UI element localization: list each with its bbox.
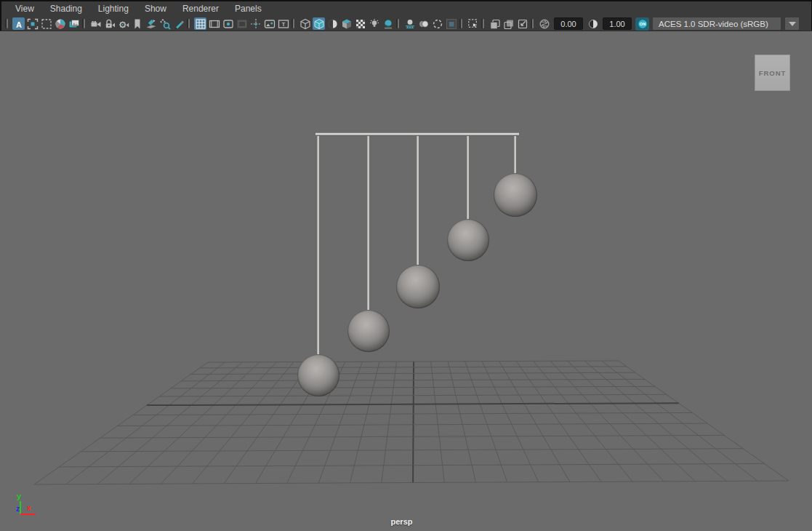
letter-a-icon[interactable]: A bbox=[12, 17, 25, 30]
toolbar-grip bbox=[188, 19, 190, 28]
textured-cube-icon[interactable] bbox=[340, 17, 353, 30]
exposure-icon bbox=[538, 17, 550, 30]
image-plane-icon[interactable] bbox=[145, 17, 157, 30]
pendulum-sphere-3[interactable] bbox=[396, 265, 440, 308]
frame-selected-icon[interactable] bbox=[26, 17, 39, 30]
color-space-dropdown[interactable]: ACES 1.0 SDR-video (sRGB) bbox=[653, 17, 781, 30]
toolbar-grip bbox=[532, 19, 534, 28]
camera-name-label: persp bbox=[0, 517, 808, 526]
toolbar-grip bbox=[293, 19, 294, 28]
toolbar-grip bbox=[483, 19, 484, 28]
pendulum-rod-4[interactable] bbox=[467, 136, 470, 222]
panel-toolbar: AT ON ACES 1.0 SDR-video (sRGB) bbox=[1, 16, 811, 31]
dashed-frame-icon[interactable] bbox=[40, 17, 52, 30]
field-chart-icon[interactable] bbox=[249, 17, 262, 30]
film-gate-icon[interactable] bbox=[208, 17, 220, 30]
toolbar-grip bbox=[398, 19, 399, 28]
x-axis-label: x bbox=[27, 504, 31, 512]
shaded-cube-icon[interactable] bbox=[313, 17, 325, 30]
svg-text:A: A bbox=[16, 20, 22, 28]
color-space-dropdown-arrow[interactable] bbox=[785, 17, 799, 30]
view-transform-on-toggle[interactable]: ON bbox=[635, 17, 649, 31]
ssao-icon[interactable] bbox=[403, 17, 416, 30]
isolate-select-icon[interactable] bbox=[467, 17, 479, 30]
y-axis-label: y bbox=[17, 492, 22, 500]
xray-icon[interactable] bbox=[489, 17, 501, 30]
pendulum-sphere-5[interactable] bbox=[494, 173, 537, 217]
xray-joints-icon[interactable] bbox=[516, 17, 528, 30]
motion-blur-icon[interactable] bbox=[417, 17, 430, 30]
depth-tile-icon[interactable] bbox=[445, 17, 457, 30]
pendulum-rod-3[interactable] bbox=[417, 136, 419, 268]
z-axis-label: z bbox=[16, 505, 20, 513]
safe-title-icon[interactable]: T bbox=[277, 17, 289, 30]
panel-menu-bar: ViewShadingLightingShowRendererPanels bbox=[1, 1, 811, 16]
toolbar-grip bbox=[461, 19, 462, 28]
pendulum-sphere-2[interactable] bbox=[347, 310, 390, 352]
toolbar-grip bbox=[7, 19, 8, 28]
grease-pencil-icon[interactable] bbox=[172, 17, 185, 30]
textured-sphere-icon[interactable] bbox=[326, 17, 339, 30]
pendulum-sphere-1[interactable] bbox=[297, 354, 339, 396]
anti-aliasing-icon[interactable] bbox=[431, 17, 443, 30]
ground-grid bbox=[0, 0, 812, 531]
wireframe-cube-icon[interactable] bbox=[299, 17, 311, 30]
svg-text:T: T bbox=[281, 21, 285, 28]
bookmark-icon[interactable] bbox=[131, 17, 143, 30]
menu-panels[interactable]: Panels bbox=[227, 1, 270, 16]
xray-active-icon[interactable] bbox=[502, 17, 515, 30]
lock-camera-icon[interactable] bbox=[103, 17, 116, 30]
menu-view[interactable]: View bbox=[7, 1, 42, 16]
menu-renderer[interactable]: Renderer bbox=[174, 1, 227, 16]
color-wheel-icon[interactable] bbox=[54, 17, 66, 30]
menu-lighting[interactable]: Lighting bbox=[90, 1, 137, 16]
camera-attributes-icon[interactable] bbox=[117, 17, 129, 30]
safe-action-icon[interactable] bbox=[263, 17, 276, 30]
chevron-down-icon bbox=[789, 22, 796, 26]
select-camera-icon[interactable] bbox=[89, 17, 102, 30]
lighting-bulb-icon[interactable] bbox=[368, 17, 380, 30]
toolbar-icon-groups: AT bbox=[4, 17, 529, 30]
front-camera-plate[interactable]: FRONT bbox=[755, 55, 790, 91]
grid-icon[interactable] bbox=[194, 17, 206, 30]
gamma-icon bbox=[587, 17, 599, 30]
image-stack-icon[interactable] bbox=[68, 17, 80, 30]
pendulum-rod-2[interactable] bbox=[367, 136, 370, 313]
pendulum-rod-5[interactable] bbox=[514, 136, 517, 176]
gate-mask-icon[interactable] bbox=[236, 17, 248, 30]
shadows-icon[interactable] bbox=[382, 17, 394, 30]
front-plate-label: FRONT bbox=[759, 69, 787, 77]
gamma-field[interactable] bbox=[603, 17, 632, 30]
color-space-selected: ACES 1.0 SDR-video (sRGB) bbox=[659, 20, 768, 28]
pendulum-sphere-4[interactable] bbox=[447, 219, 489, 261]
maya-viewport-window: FRONT y z x persp ViewShadingLightingSho… bbox=[0, 0, 812, 531]
pendulum-rod-1[interactable] bbox=[317, 136, 320, 357]
svg-text:ON: ON bbox=[639, 22, 645, 26]
resolution-gate-icon[interactable] bbox=[222, 17, 234, 30]
checker-icon[interactable] bbox=[354, 17, 366, 30]
pan-zoom-icon[interactable] bbox=[158, 17, 171, 30]
menu-shading[interactable]: Shading bbox=[42, 1, 90, 16]
menu-show[interactable]: Show bbox=[137, 1, 174, 16]
exposure-field[interactable] bbox=[554, 17, 583, 30]
toolbar-grip bbox=[84, 19, 85, 28]
3d-viewport[interactable]: FRONT y z x persp bbox=[0, 0, 812, 531]
panel-header: ViewShadingLightingShowRendererPanels AT… bbox=[0, 0, 812, 31]
